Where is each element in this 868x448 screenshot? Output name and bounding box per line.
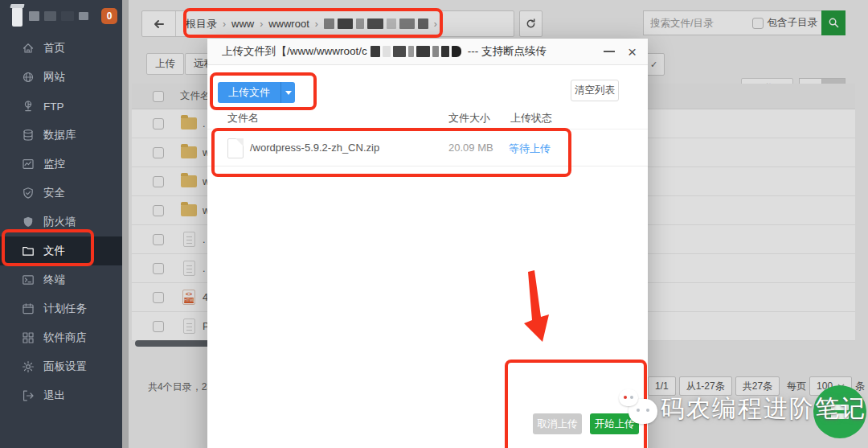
shield-check-icon (22, 187, 35, 199)
upload-dialog: 上传文件到【/www/wwwroot/c --- 支持断点续传 × 上传文件 清… (207, 39, 648, 448)
follow-badge (813, 385, 866, 438)
globe-icon (22, 71, 35, 84)
badge-text-redacted (831, 405, 849, 410)
upload-file-button[interactable]: 上传文件 (218, 82, 280, 103)
dialog-title-prefix: 上传文件到【/www/wwwroot/c (222, 44, 367, 59)
upload-file-split-button: 上传文件 (218, 82, 295, 103)
sidebar-item-terminal[interactable]: 终端 (0, 265, 122, 294)
database-icon (22, 129, 35, 142)
redacted-block (44, 11, 56, 21)
badge-text-redacted (831, 413, 849, 419)
sidebar-item-appstore[interactable]: 软件商店 (0, 323, 122, 352)
panel-logo-icon (12, 7, 23, 27)
sidebar-item-ftp[interactable]: FTP (0, 92, 122, 121)
sidebar-menu: 首页 网站 FTP 数据库 监控 安全 防火墙 文件 终端 计划任务 软件商店 … (0, 34, 122, 410)
redacted-path-segment (371, 46, 461, 57)
upload-table-header: 文件名 文件大小 上传状态 (207, 111, 648, 129)
column-status: 上传状态 (510, 111, 552, 125)
upload-file-size: 20.09 MB (448, 142, 493, 154)
calendar-icon (22, 302, 35, 315)
sidebar-item-database[interactable]: 数据库 (0, 121, 122, 150)
dialog-title-suffix: --- 支持断点续传 (468, 44, 547, 59)
sidebar: 0 首页 网站 FTP 数据库 监控 安全 防火墙 文件 终端 计划任务 软件商… (0, 0, 122, 448)
upload-file-name: /wordpress-5.9.2-zh_CN.zip (250, 142, 379, 154)
upload-file-row: /wordpress-5.9.2-zh_CN.zip 20.09 MB 等待上传 (207, 129, 648, 166)
logout-icon (22, 389, 35, 402)
sidebar-item-logout[interactable]: 退出 (0, 381, 122, 410)
ftp-icon (22, 100, 35, 113)
document-icon (227, 138, 244, 158)
dialog-titlebar: 上传文件到【/www/wwwroot/c --- 支持断点续传 × (207, 39, 648, 65)
folder-icon (22, 245, 35, 257)
cancel-upload-button[interactable]: 取消上传 (533, 413, 582, 434)
terminal-icon (22, 273, 35, 286)
flag-icon (79, 12, 88, 20)
gear-icon (22, 360, 35, 373)
app: 0 首页 网站 FTP 数据库 监控 安全 防火墙 文件 终端 计划任务 软件商… (0, 0, 868, 448)
minimize-button[interactable] (604, 51, 615, 52)
clear-list-button[interactable]: 清空列表 (571, 80, 619, 101)
upload-options-caret[interactable] (280, 82, 295, 103)
sidebar-item-settings[interactable]: 面板设置 (0, 352, 122, 381)
column-filesize: 文件大小 (448, 111, 490, 125)
sidebar-item-monitor[interactable]: 监控 (0, 150, 122, 179)
start-upload-button[interactable]: 开始上传 (590, 413, 639, 434)
firewall-icon (22, 216, 35, 228)
grid-icon (22, 331, 35, 344)
home-icon (22, 42, 35, 55)
sidebar-item-site[interactable]: 网站 (0, 63, 122, 92)
upload-file-status[interactable]: 等待上传 (509, 142, 551, 156)
sidebar-item-home[interactable]: 首页 (0, 34, 122, 63)
redacted-block (61, 11, 74, 21)
monitor-icon (22, 158, 35, 171)
column-filename: 文件名 (227, 111, 259, 125)
sidebar-item-firewall[interactable]: 防火墙 (0, 208, 122, 236)
redacted-block (29, 11, 39, 21)
sidebar-item-files[interactable]: 文件 (0, 236, 122, 265)
logo-bar: 0 (0, 0, 122, 34)
close-icon[interactable]: × (628, 44, 637, 60)
sidebar-item-cron[interactable]: 计划任务 (0, 294, 122, 323)
caret-down-icon (285, 90, 292, 95)
sidebar-item-security[interactable]: 安全 (0, 179, 122, 208)
message-count-badge[interactable]: 0 (101, 8, 117, 24)
